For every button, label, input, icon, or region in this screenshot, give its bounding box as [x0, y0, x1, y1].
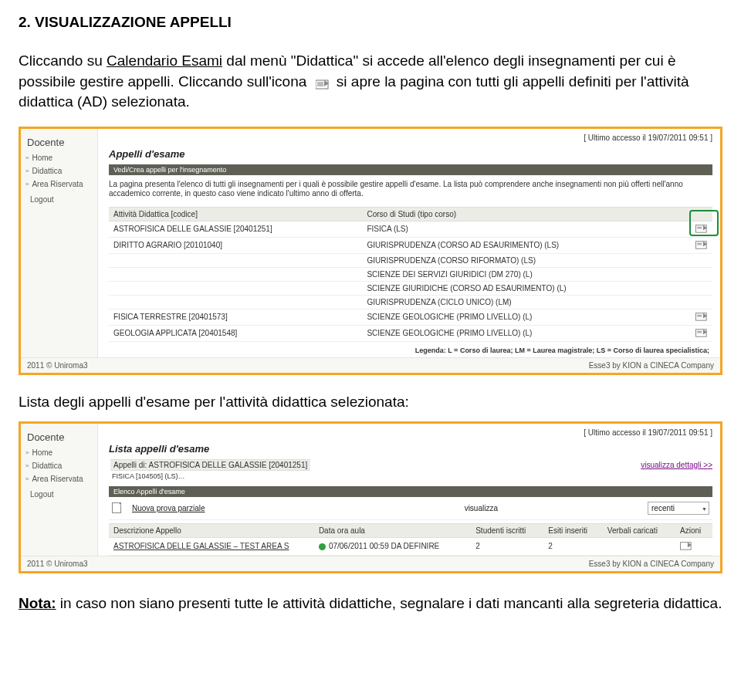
filter-row: Nuova prova parziale visualizza recenti [109, 497, 712, 520]
paper-icon [316, 79, 328, 88]
section-heading: 2. VISUALIZZAZIONE APPELLI [19, 14, 722, 31]
cell-attivita [109, 295, 362, 309]
screenshot-2: Docente »Home »Didattica »Area Riservata… [19, 421, 722, 573]
th-esiti: Esiti inseriti [543, 523, 602, 537]
screenshot2-main: [ Ultimo accesso il 19/07/2011 09:51 ] L… [98, 424, 720, 556]
th-azioni: Azioni [675, 523, 712, 537]
cell-action[interactable] [678, 237, 712, 253]
sidebar-item-area-riservata[interactable]: »Area Riservata [21, 472, 97, 485]
screenshot-footer: 2011 © Uniroma3 Esse3 by KION a CINECA C… [21, 556, 720, 571]
cell-action [678, 281, 712, 295]
table-row: FISICA TERRESTRE [20401573]SCIENZE GEOLO… [109, 309, 712, 325]
intro-paragraph: Cliccando su Calendario Esami dal menù "… [19, 51, 722, 113]
cell-corso: FISICA (LS) [362, 221, 678, 237]
sidebar-item-didattica[interactable]: »Didattica [21, 459, 97, 472]
arrow-icon: » [25, 449, 29, 456]
sidebar-item-area-riservata[interactable]: »Area Riservata [21, 178, 97, 191]
paper-icon[interactable] [695, 240, 708, 249]
section-bar: Vedi/Crea appelli per l'insegnamento [109, 164, 712, 175]
cell-esiti: 2 [543, 537, 602, 555]
table-row: GEOLOGIA APPLICATA [20401548]SCIENZE GEO… [109, 325, 712, 341]
sidebar-item-label: Didattica [32, 167, 62, 175]
table-row: SCIENZE GIURIDICHE (CORSO AD ESAURIMENTO… [109, 281, 712, 295]
th-verbali: Verbali caricati [603, 523, 675, 537]
arrow-icon: » [25, 167, 29, 174]
last-access: [ Ultimo accesso il 19/07/2011 09:51 ] [109, 132, 712, 145]
visualizza-label: visualizza [465, 504, 498, 512]
appelli-subject: Appelli di: ASTROFISICA DELLE GALASSIE [… [110, 459, 310, 471]
cell-attivita [109, 267, 362, 281]
cell-verbali [603, 537, 675, 555]
cell-descrizione: ASTROFISICA DELLE GALASSIE – TEST AREA S [109, 537, 314, 555]
cell-azioni [675, 537, 712, 555]
cell-attivita: GEOLOGIA APPLICATA [20401548] [109, 325, 362, 341]
cell-corso: SCIENZE DEI SERVIZI GIURIDICI (DM 270) (… [362, 267, 678, 281]
last-access: [ Ultimo accesso il 19/07/2011 09:51 ] [109, 427, 712, 440]
sidebar-item-label: Area Riservata [32, 180, 83, 188]
cell-studenti: 2 [471, 537, 543, 555]
paper-icon[interactable] [695, 312, 708, 321]
sidebar-item-home[interactable]: »Home [21, 151, 97, 164]
cell-attivita: FISICA TERRESTRE [20401573] [109, 309, 362, 325]
page-description: La pagina presenta l'elenco di tutti gli… [109, 175, 712, 207]
cell-attivita [109, 253, 362, 267]
th-studenti: Studenti iscritti [471, 523, 543, 537]
page-title: Lista appelli d'esame [109, 443, 712, 455]
th-corso: Corso di Studi (tipo corso) [362, 207, 678, 221]
footer-left: 2011 © Uniroma3 [27, 361, 88, 370]
cell-action[interactable] [678, 325, 712, 341]
footer-left: 2011 © Uniroma3 [27, 560, 88, 568]
sidebar: Docente »Home »Didattica »Area Riservata… [21, 129, 98, 357]
cell-action[interactable] [678, 221, 712, 237]
visualizza-dettagli-link[interactable]: visualizza dettagli >> [641, 461, 712, 469]
sidebar-item-home[interactable]: »Home [21, 446, 97, 459]
sidebar-logout[interactable]: Logout [21, 485, 97, 505]
table-row[interactable]: ASTROFISICA DELLE GALASSIE – TEST AREA S… [109, 537, 712, 555]
cell-corso: SCIENZE GEOLOGICHE (PRIMO LIVELLO) (L) [362, 325, 678, 341]
cell-corso: SCIENZE GIURIDICHE (CORSO AD ESAURIMENTO… [362, 281, 678, 295]
cell-action [678, 253, 712, 267]
courses-table: Attività Didattica [codice] Corso di Stu… [109, 207, 712, 342]
screenshot-1: Docente »Home »Didattica »Area Riservata… [19, 127, 722, 375]
cell-action[interactable] [678, 309, 712, 325]
screenshot1-main: [ Ultimo accesso il 19/07/2011 09:51 ] A… [98, 129, 720, 357]
sidebar-logout[interactable]: Logout [21, 191, 97, 210]
new-prova-link[interactable]: Nuova prova parziale [132, 504, 205, 512]
recenti-select[interactable]: recenti [648, 502, 709, 515]
cell-corso: SCIENZE GEOLOGICHE (PRIMO LIVELLO) (L) [362, 309, 678, 325]
paper-icon[interactable] [695, 224, 708, 233]
cell-data: 07/06/2011 00:59 DA DEFINIRE [314, 537, 471, 555]
cell-attivita: ASTROFISICA DELLE GALASSIE [20401251] [109, 221, 362, 237]
sidebar-item-label: Area Riservata [32, 475, 83, 483]
intro-text-a: Cliccando su [19, 52, 107, 69]
document-icon[interactable] [112, 502, 121, 513]
arrow-icon: » [25, 154, 29, 161]
footer-right: Esse3 by KION a CINECA Company [589, 560, 714, 568]
cell-corso: GIURISPRUDENZA (CICLO UNICO) (LM) [362, 295, 678, 309]
th-descrizione: Descrizione Appello [109, 523, 314, 537]
sidebar-item-label: Home [32, 448, 52, 457]
status-dot-icon [319, 543, 326, 550]
paper-icon[interactable] [680, 541, 692, 550]
note-text: in caso non siano presenti tutte le atti… [56, 595, 722, 611]
cell-attivita [109, 281, 362, 295]
arrow-icon: » [25, 475, 29, 482]
caption-text: Lista degli appelli d'esame per l'attivi… [19, 394, 722, 411]
note-label: Nota: [19, 595, 56, 611]
th-attivita: Attività Didattica [codice] [109, 207, 362, 221]
paper-icon[interactable] [695, 328, 708, 337]
sidebar-title: Docente [21, 428, 97, 446]
note-paragraph: Nota: in caso non siano presenti tutte l… [19, 593, 722, 614]
sidebar-item-didattica[interactable]: »Didattica [21, 164, 97, 178]
legend: Legenda: L = Corso di laurea; LM = Laure… [109, 342, 712, 357]
th-actions [678, 207, 712, 221]
cell-corso: GIURISPRUDENZA (CORSO AD ESAURIMENTO) (L… [362, 237, 678, 253]
appelli-course: FISICA [104505] (LS)… [110, 471, 310, 485]
screenshot-footer: 2011 © Uniroma3 Esse3 by KION a CINECA C… [21, 357, 720, 373]
cell-action [678, 267, 712, 281]
intro-link: Calendario Esami [107, 52, 222, 69]
table-row: GIURISPRUDENZA (CICLO UNICO) (LM) [109, 295, 712, 309]
section-bar: Elenco Appelli d'esame [109, 486, 712, 497]
sidebar: Docente »Home »Didattica »Area Riservata… [21, 424, 98, 556]
arrow-icon: » [25, 181, 29, 188]
